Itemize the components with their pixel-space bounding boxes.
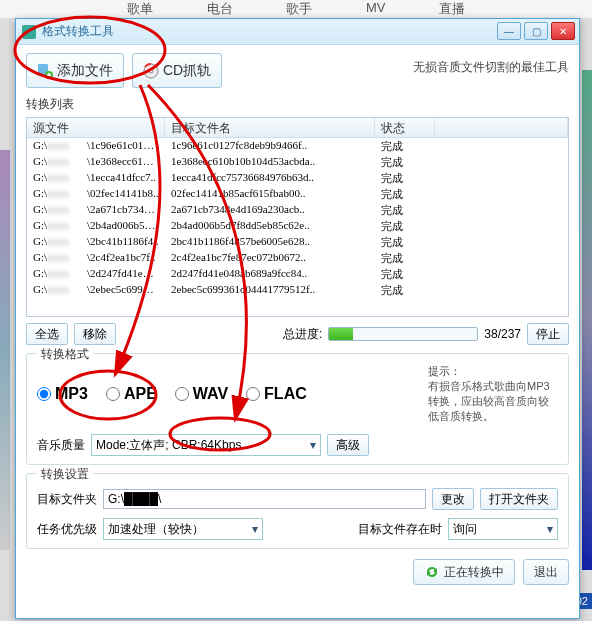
priority-label: 任务优先级	[37, 521, 97, 538]
format-group-title: 转换格式	[37, 346, 93, 363]
table-row[interactable]: G:\xxxx\2c4f2ea1bc7f..2c4f2ea1bc7fe87ec0…	[27, 250, 568, 266]
bg-tab: 直播	[439, 0, 465, 18]
converter-window: 格式转换工具 — ▢ ✕ 添加文件 CD抓轨 无损音质文件切割的最佳工具 转换列…	[15, 18, 580, 619]
progress-bar	[328, 327, 478, 341]
minimize-button[interactable]: —	[497, 22, 521, 40]
table-row[interactable]: G:\xxxx\2d247fd41e04..2d247fd41e048ab689…	[27, 266, 568, 282]
priority-combo[interactable]: 加速处理（较快）	[103, 518, 263, 540]
col-rest	[435, 118, 568, 137]
hint-title: 提示：	[428, 364, 558, 379]
radio-wav[interactable]: WAV	[175, 385, 228, 403]
converting-button[interactable]: 正在转换中	[413, 559, 515, 585]
cd-rip-label: CD抓轨	[163, 62, 211, 80]
progress-fill	[329, 328, 353, 340]
cd-icon	[143, 63, 159, 79]
add-file-label: 添加文件	[57, 62, 113, 80]
window-subtitle: 无损音质文件切割的最佳工具	[413, 53, 569, 76]
target-folder-label: 目标文件夹	[37, 491, 97, 508]
target-folder-field[interactable]	[103, 489, 426, 509]
table-row[interactable]: G:\xxxx\2bc41b1186f4..2bc41b1186f4857be6…	[27, 234, 568, 250]
advanced-button[interactable]: 高级	[327, 434, 369, 456]
add-file-button[interactable]: 添加文件	[26, 53, 124, 88]
cd-rip-button[interactable]: CD抓轨	[132, 53, 222, 88]
radio-ape[interactable]: APE	[106, 385, 157, 403]
app-icon	[22, 25, 36, 39]
music-plus-icon	[37, 63, 53, 79]
exit-button[interactable]: 退出	[523, 559, 569, 585]
refresh-icon	[424, 564, 440, 580]
window-title: 格式转换工具	[42, 23, 114, 40]
radio-wav-input[interactable]	[175, 387, 189, 401]
titlebar[interactable]: 格式转换工具 — ▢ ✕	[16, 19, 579, 45]
radio-flac-input[interactable]	[246, 387, 260, 401]
col-src[interactable]: 源文件	[27, 118, 165, 137]
bg-tab: MV	[366, 0, 386, 18]
converting-label: 正在转换中	[444, 564, 504, 581]
table-row[interactable]: G:\xxxx\1c96e61c0127..1c96e61c0127fc8deb…	[27, 138, 568, 154]
list-label: 转换列表	[26, 96, 569, 113]
exist-label: 目标文件存在时	[358, 521, 442, 538]
stop-button[interactable]: 停止	[527, 323, 569, 345]
svg-point-3	[149, 69, 153, 73]
change-folder-button[interactable]: 更改	[432, 488, 474, 510]
col-dst[interactable]: 目标文件名	[165, 118, 375, 137]
settings-group-title: 转换设置	[37, 466, 93, 483]
table-row[interactable]: G:\xxxx\1ecca41dfcc7..1ecca41dfcc7573668…	[27, 170, 568, 186]
hint-body: 有损音乐格式歌曲向MP3转换，应由较高音质向较低音质转换。	[428, 379, 558, 424]
table-row[interactable]: G:\xxxx\1e368ecc610b..1e368ecc610b10b104…	[27, 154, 568, 170]
hint: 提示： 有损音乐格式歌曲向MP3转换，应由较高音质向较低音质转换。	[428, 364, 558, 424]
remove-button[interactable]: 移除	[74, 323, 116, 345]
bg-tab: 歌单	[127, 0, 153, 18]
file-table: 源文件 目标文件名 状态 G:\xxxx\1c96e61c0127..1c96e…	[26, 117, 569, 317]
bg-top-tabs: 歌单 电台 歌手 MV 直播	[0, 0, 592, 18]
maximize-button[interactable]: ▢	[524, 22, 548, 40]
table-header: 源文件 目标文件名 状态	[27, 118, 568, 138]
format-group: 转换格式 MP3 APE WAV FLAC 提示： 有损音乐格式歌曲向MP3转换…	[26, 353, 569, 465]
col-status[interactable]: 状态	[375, 118, 435, 137]
radio-mp3[interactable]: MP3	[37, 385, 88, 403]
exist-combo[interactable]: 询问	[448, 518, 558, 540]
table-row[interactable]: G:\xxxx\2b4ad006b5d7..2b4ad006b5d7f8dd5e…	[27, 218, 568, 234]
progress-label: 总进度:	[283, 326, 322, 343]
table-row[interactable]: G:\xxxx\2a671cb7348e..2a671cb7348e4d169a…	[27, 202, 568, 218]
table-body[interactable]: G:\xxxx\1c96e61c0127..1c96e61c0127fc8deb…	[27, 138, 568, 317]
table-row[interactable]: G:\xxxx\2ebec5c69936..2ebec5c699361d0444…	[27, 282, 568, 298]
open-folder-button[interactable]: 打开文件夹	[480, 488, 558, 510]
progress-text: 38/237	[484, 327, 521, 341]
settings-group: 转换设置 目标文件夹 更改 打开文件夹 任务优先级 加速处理（较快） 目标文件存…	[26, 473, 569, 549]
bottom-bar: 正在转换中 退出	[26, 559, 569, 585]
radio-ape-input[interactable]	[106, 387, 120, 401]
toolbar: 添加文件 CD抓轨 无损音质文件切割的最佳工具	[26, 51, 569, 94]
close-button[interactable]: ✕	[551, 22, 575, 40]
bg-tab: 电台	[207, 0, 233, 18]
radio-flac[interactable]: FLAC	[246, 385, 307, 403]
table-row[interactable]: G:\xxxx\02fec14141b8..02fec14141b85acf61…	[27, 186, 568, 202]
quality-combo[interactable]: Mode:立体声; CBR:64Kbps	[91, 434, 321, 456]
quality-label: 音乐质量	[37, 437, 85, 454]
bg-tab: 歌手	[286, 0, 312, 18]
list-actions: 全选 移除 总进度: 38/237 停止	[26, 323, 569, 345]
select-all-button[interactable]: 全选	[26, 323, 68, 345]
radio-mp3-input[interactable]	[37, 387, 51, 401]
